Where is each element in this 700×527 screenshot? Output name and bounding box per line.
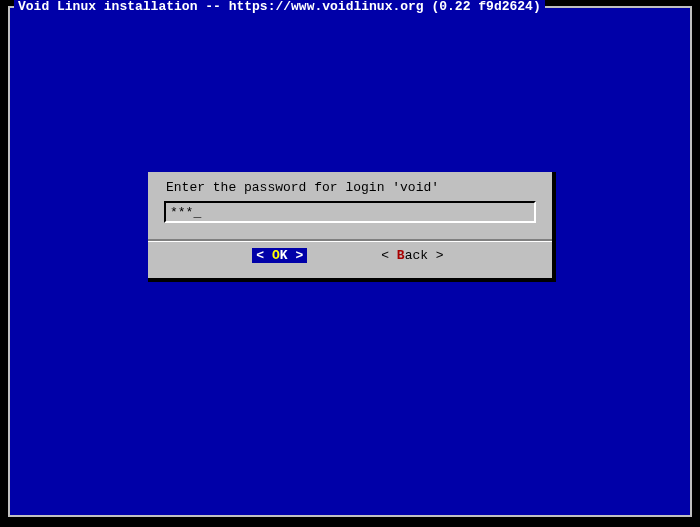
back-pre [389, 248, 397, 263]
ok-close-angle: > [295, 248, 303, 263]
password-dialog: Enter the password for login 'void' ***_… [148, 172, 556, 282]
text-cursor: _ [193, 205, 201, 221]
password-value: *** [170, 205, 193, 220]
dialog-content: Enter the password for login 'void' ***_ [148, 172, 552, 229]
ok-button[interactable]: < OK > [252, 248, 307, 263]
password-prompt: Enter the password for login 'void' [166, 180, 540, 195]
ok-open-angle: < [256, 248, 264, 263]
title-text: Void Linux installation -- https://www.v… [18, 0, 541, 14]
installer-screen: Void Linux installation -- https://www.v… [8, 6, 692, 517]
back-open-angle: < [381, 248, 389, 263]
back-hotkey: B [397, 248, 405, 263]
window-title: Void Linux installation -- https://www.v… [14, 0, 545, 14]
ok-post: K [280, 248, 296, 263]
button-row: < OK > < Back > [148, 242, 552, 267]
ok-hotkey: O [272, 248, 280, 263]
back-post: ack [405, 248, 436, 263]
back-button[interactable]: < Back > [377, 248, 447, 263]
back-close-angle: > [436, 248, 444, 263]
password-input[interactable]: ***_ [164, 201, 536, 223]
ok-pre [264, 248, 272, 263]
